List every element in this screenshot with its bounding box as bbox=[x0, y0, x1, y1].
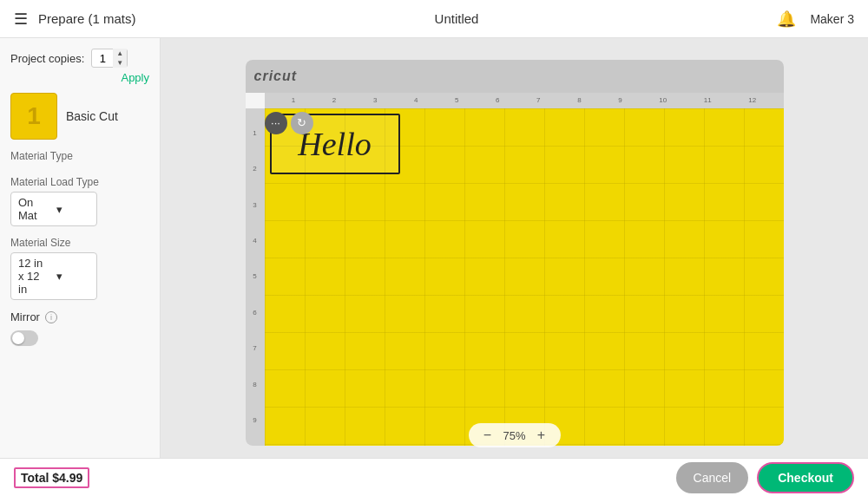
ruler-top-12: 12 bbox=[748, 96, 756, 104]
material-size-section: Material Size 12 in x 12 in ▾ bbox=[10, 237, 149, 300]
material-size-label: Material Size bbox=[10, 237, 149, 249]
material-load-type-label: Material Load Type bbox=[10, 176, 149, 188]
mat-toolbar: ··· ↻ bbox=[265, 112, 313, 134]
ruler-top-11: 11 bbox=[704, 96, 712, 104]
size-value: 12 in x 12 in bbox=[18, 257, 51, 296]
menu-icon[interactable]: ☰ bbox=[14, 10, 28, 29]
main-content: Project copies: ▲ ▼ Apply 1 Basic Cut Ma… bbox=[0, 38, 868, 458]
mat-board: cricut 1 2 3 4 5 6 7 8 bbox=[246, 60, 784, 446]
mat-preview: 1 bbox=[10, 93, 57, 140]
zoom-in-button[interactable]: + bbox=[533, 427, 550, 444]
ruler-top-inner: 1 2 3 4 5 6 7 8 9 10 11 12 bbox=[265, 96, 784, 104]
ruler-top-10: 10 bbox=[659, 96, 667, 104]
ruler-left-5: 5 bbox=[253, 272, 256, 280]
ruler-top-6: 6 bbox=[496, 96, 499, 104]
mat-cut-label: Basic Cut bbox=[66, 109, 118, 123]
material-type-label: Material Type bbox=[10, 150, 149, 162]
cricut-logo: cricut bbox=[254, 69, 298, 84]
ruler-left-6: 6 bbox=[253, 309, 256, 317]
ruler-top-4: 4 bbox=[414, 96, 418, 104]
bottom-actions: Cancel Checkout bbox=[676, 462, 854, 493]
toggle-thumb bbox=[12, 332, 24, 344]
mat-refresh-button[interactable]: ↻ bbox=[291, 112, 313, 134]
ruler-left-4: 4 bbox=[253, 237, 256, 245]
apply-button[interactable]: Apply bbox=[10, 71, 149, 84]
total-label: Total $4.99 bbox=[14, 467, 89, 488]
cancel-button[interactable]: Cancel bbox=[676, 462, 749, 493]
ruler-left-2: 2 bbox=[253, 165, 256, 173]
ruler-top-8: 8 bbox=[577, 96, 581, 104]
material-type-section: Material Type bbox=[10, 150, 149, 166]
chevron-down-icon: ▾ bbox=[56, 203, 89, 216]
device-label: Maker 3 bbox=[810, 12, 854, 26]
ruler-left-3: 3 bbox=[253, 201, 256, 209]
ruler-left-9: 9 bbox=[253, 416, 256, 424]
mirror-info-icon[interactable]: i bbox=[45, 311, 57, 323]
ruler-top-3: 3 bbox=[373, 96, 377, 104]
header-title: Prepare (1 mats) bbox=[38, 11, 136, 26]
ruler-top-1: 1 bbox=[292, 96, 295, 104]
header-center-title: Untitled bbox=[435, 11, 479, 26]
sidebar: Project copies: ▲ ▼ Apply 1 Basic Cut Ma… bbox=[0, 38, 161, 458]
ruler-top-9: 9 bbox=[618, 96, 621, 104]
mat-board-wrapper: cricut 1 2 3 4 5 6 7 8 bbox=[246, 60, 784, 446]
copies-arrows: ▲ ▼ bbox=[113, 49, 127, 68]
material-load-type-dropdown[interactable]: On Mat ▾ bbox=[10, 192, 97, 226]
mat-number: 1 bbox=[27, 102, 41, 130]
ruler-left-1: 1 bbox=[253, 129, 256, 137]
mat-tile: 1 Basic Cut bbox=[10, 93, 149, 140]
ruler-top-5: 5 bbox=[455, 96, 458, 104]
ruler-left-inner: 1 2 3 4 5 6 7 8 9 bbox=[253, 108, 256, 446]
mat-options-button[interactable]: ··· bbox=[265, 112, 287, 134]
zoom-out-button[interactable]: − bbox=[478, 427, 496, 444]
copies-up-arrow[interactable]: ▲ bbox=[113, 49, 127, 58]
header-right: 🔔 Maker 3 bbox=[777, 10, 854, 29]
bottom-bar: Total $4.99 Cancel Checkout bbox=[0, 458, 868, 496]
copies-down-arrow[interactable]: ▼ bbox=[113, 58, 127, 68]
ruler-left-8: 8 bbox=[253, 381, 256, 388]
copies-input-group[interactable]: ▲ ▼ bbox=[91, 49, 128, 68]
mirror-toggle[interactable] bbox=[10, 330, 38, 346]
mirror-row: Mirror i bbox=[10, 310, 149, 323]
checkout-button[interactable]: Checkout bbox=[757, 462, 854, 493]
ruler-top-7: 7 bbox=[536, 96, 540, 104]
bell-icon[interactable]: 🔔 bbox=[777, 10, 796, 29]
ruler-top: 1 2 3 4 5 6 7 8 9 10 11 12 bbox=[265, 93, 784, 108]
project-copies-label: Project copies: bbox=[10, 52, 84, 65]
cricut-header-bar: cricut bbox=[246, 60, 784, 93]
canvas-area: cricut 1 2 3 4 5 6 7 8 bbox=[161, 38, 868, 458]
project-copies-row: Project copies: ▲ ▼ bbox=[10, 49, 149, 68]
chevron-down-icon-size: ▾ bbox=[56, 270, 89, 283]
ruler-top-2: 2 bbox=[332, 96, 336, 104]
zoom-level: 75% bbox=[503, 429, 525, 442]
header: ☰ Prepare (1 mats) Untitled 🔔 Maker 3 bbox=[0, 0, 868, 38]
on-mat-value: On Mat bbox=[18, 196, 51, 222]
zoom-controls: − 75% + bbox=[468, 423, 560, 447]
ruler-left-7: 7 bbox=[253, 344, 256, 352]
ruler-left: 1 2 3 4 5 6 7 8 9 bbox=[246, 108, 265, 446]
mirror-label: Mirror bbox=[10, 310, 40, 323]
material-load-type-section: Material Load Type On Mat ▾ bbox=[10, 176, 149, 226]
header-left: ☰ Prepare (1 mats) bbox=[14, 10, 136, 29]
copies-input[interactable] bbox=[92, 52, 113, 65]
material-size-dropdown[interactable]: 12 in x 12 in ▾ bbox=[10, 252, 97, 300]
